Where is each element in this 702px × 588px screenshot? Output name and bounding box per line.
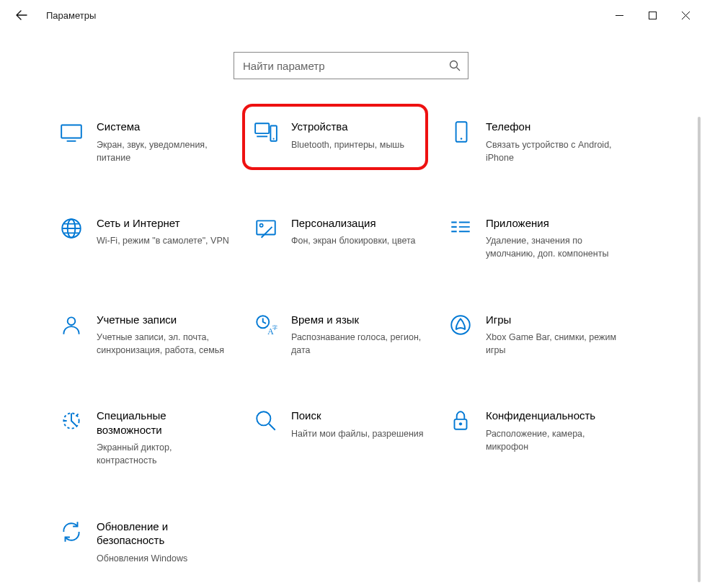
- tile-text: Специальные возможностиЭкранный диктор, …: [97, 409, 237, 467]
- settings-tile-time[interactable]: Время и языкРаспознавание голоса, регион…: [254, 313, 448, 357]
- titlebar: Параметры: [0, 0, 702, 30]
- arrow-left-icon: [15, 9, 28, 22]
- tile-desc: Связать устройство с Android, iPhone: [486, 138, 619, 164]
- window-title: Параметры: [46, 10, 96, 21]
- tile-text: ИгрыXbox Game Bar, снимки, режим игры: [486, 313, 626, 357]
- settings-tile-phone[interactable]: ТелефонСвязать устройство с Android, iPh…: [448, 120, 643, 164]
- tile-text: Время и языкРаспознавание голоса, регион…: [291, 313, 432, 357]
- settings-tile-privacy[interactable]: КонфиденциальностьРасположение, камера, …: [448, 409, 643, 467]
- tile-desc: Фон, экран блокировки, цвета: [291, 234, 416, 247]
- tile-text: Учетные записиУчетные записи, эл. почта,…: [97, 313, 237, 357]
- svg-rect-0: [649, 12, 656, 19]
- tile-title: Учетные записи: [97, 313, 230, 327]
- tile-desc: Xbox Game Bar, снимки, режим игры: [486, 331, 619, 357]
- close-button[interactable]: [669, 4, 702, 27]
- tile-desc: Bluetooth, принтеры, мышь: [291, 138, 404, 151]
- settings-tile-update[interactable]: Обновление и безопасностьОбновления Wind…: [59, 520, 254, 565]
- tile-desc: Расположение, камера, микрофон: [486, 427, 619, 453]
- tile-desc: Обновления Windows: [97, 552, 230, 565]
- privacy-icon: [448, 409, 473, 433]
- tile-desc: Найти мои файлы, разрешения: [291, 427, 424, 440]
- settings-tile-gaming[interactable]: ИгрыXbox Game Bar, снимки, режим игры: [448, 313, 643, 357]
- tile-text: ПерсонализацияФон, экран блокировки, цве…: [291, 216, 423, 261]
- content-area: СистемаЭкран, звук, уведомления, питание…: [0, 30, 702, 588]
- tile-text: ПриложенияУдаление, значения по умолчани…: [486, 216, 626, 261]
- settings-tile-search[interactable]: ПоискНайти мои файлы, разрешения: [254, 409, 448, 467]
- close-icon: [682, 12, 690, 19]
- settings-tile-devices[interactable]: УстройстваBluetooth, принтеры, мышь: [254, 120, 448, 164]
- search-box[interactable]: [234, 52, 468, 79]
- tile-title: Конфиденциальность: [486, 409, 619, 423]
- tile-desc: Удаление, значения по умолчанию, доп. ко…: [486, 234, 619, 260]
- tile-title: Приложения: [486, 216, 619, 231]
- tile-title: Поиск: [291, 409, 424, 423]
- tile-title: Игры: [486, 313, 619, 327]
- search-input[interactable]: [243, 60, 449, 72]
- tile-title: Система: [97, 120, 230, 134]
- tile-text: ПоискНайти мои файлы, разрешения: [291, 409, 431, 467]
- settings-tile-apps[interactable]: ПриложенияУдаление, значения по умолчани…: [448, 216, 643, 261]
- personal-icon: [254, 216, 278, 241]
- search-icon: [254, 409, 278, 433]
- tile-title: Устройства: [291, 120, 404, 134]
- tile-text: КонфиденциальностьРасположение, камера, …: [486, 409, 626, 467]
- tile-title: Персонализация: [291, 216, 416, 231]
- back-button[interactable]: [13, 6, 30, 24]
- time-icon: [254, 313, 278, 337]
- tile-text: Сеть и ИнтернетWi-Fi, режим "в самолете"…: [97, 216, 236, 261]
- tile-title: Время и язык: [291, 313, 425, 327]
- apps-icon: [448, 216, 473, 241]
- settings-tile-accounts[interactable]: Учетные записиУчетные записи, эл. почта,…: [59, 313, 254, 357]
- gaming-icon: [448, 313, 473, 337]
- maximize-icon: [649, 12, 657, 19]
- tile-text: ТелефонСвязать устройство с Android, iPh…: [486, 120, 626, 164]
- update-icon: [59, 520, 84, 544]
- search-icon: [449, 60, 461, 71]
- scrollbar[interactable]: [698, 117, 701, 582]
- tile-desc: Wi-Fi, режим "в самолете", VPN: [97, 234, 229, 247]
- system-icon: [59, 120, 84, 144]
- tile-title: Сеть и Интернет: [97, 216, 229, 231]
- tile-desc: Распознавание голоса, регион, дата: [291, 331, 425, 357]
- window-controls: [603, 4, 702, 27]
- tile-text: Обновление и безопасностьОбновления Wind…: [97, 520, 237, 565]
- settings-tile-personal[interactable]: ПерсонализацияФон, экран блокировки, цве…: [254, 216, 448, 261]
- settings-tile-network[interactable]: Сеть и ИнтернетWi-Fi, режим "в самолете"…: [59, 216, 254, 261]
- tile-desc: Экран, звук, уведомления, питание: [97, 138, 230, 164]
- svg-point-1: [450, 61, 458, 68]
- minimize-icon: [616, 12, 623, 19]
- tile-desc: Экранный диктор, контрастность: [97, 441, 230, 467]
- tile-title: Обновление и безопасность: [97, 520, 230, 548]
- network-icon: [59, 216, 84, 241]
- devices-icon: [254, 120, 278, 144]
- minimize-button[interactable]: [603, 4, 636, 27]
- ease-icon: [59, 409, 84, 433]
- tile-title: Специальные возможности: [97, 409, 230, 437]
- tile-desc: Учетные записи, эл. почта, синхронизация…: [97, 331, 230, 357]
- tile-text: УстройстваBluetooth, принтеры, мышь: [291, 120, 412, 164]
- tile-title: Телефон: [486, 120, 619, 134]
- phone-icon: [448, 120, 473, 144]
- settings-tile-ease[interactable]: Специальные возможностиЭкранный диктор, …: [59, 409, 254, 467]
- settings-grid: СистемаЭкран, звук, уведомления, питание…: [0, 120, 702, 565]
- tile-text: СистемаЭкран, звук, уведомления, питание: [97, 120, 237, 164]
- maximize-button[interactable]: [636, 4, 669, 27]
- accounts-icon: [59, 313, 84, 337]
- settings-tile-system[interactable]: СистемаЭкран, звук, уведомления, питание: [59, 120, 254, 164]
